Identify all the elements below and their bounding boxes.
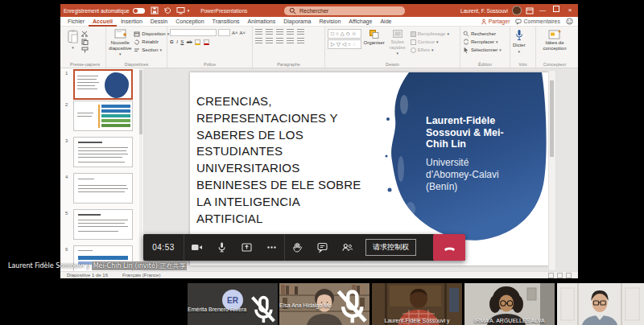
tab-fichier[interactable]: Fichier bbox=[64, 17, 89, 27]
tab-dessin[interactable]: Dessin bbox=[147, 17, 171, 27]
shape-effects-button[interactable]: Effets▾ bbox=[411, 47, 449, 53]
tab-diaporama[interactable]: Diaporama bbox=[279, 17, 315, 27]
copy-icon[interactable] bbox=[81, 39, 89, 45]
view-normal-icon[interactable] bbox=[548, 273, 554, 278]
ribbon-options-icon[interactable] bbox=[526, 7, 534, 14]
camera-button[interactable] bbox=[184, 234, 209, 261]
slide-area-scrollbar[interactable] bbox=[548, 70, 556, 271]
thumbnail-scrollbar[interactable] bbox=[139, 68, 142, 271]
participant-tile-3[interactable]: Laurent-Fidèle Sossouvi y bbox=[372, 283, 462, 325]
mic-muted-icon bbox=[249, 294, 278, 323]
bold-button[interactable]: G bbox=[170, 39, 174, 45]
section-button[interactable]: Section▾ bbox=[134, 47, 169, 53]
columns-button[interactable] bbox=[297, 38, 304, 44]
slide-title[interactable]: CREENCIAS,REPRESENTACIONES YSABERES DE L… bbox=[196, 93, 386, 227]
shapes-gallery-row2[interactable]: ▷▽◁○◌ bbox=[328, 39, 361, 49]
close-button[interactable]: × bbox=[565, 4, 575, 17]
comments-button[interactable]: Commentaires bbox=[515, 19, 560, 25]
shapes-gallery[interactable]: □○△◇☆ bbox=[328, 29, 361, 39]
select-button[interactable]: Sélectionner▾ bbox=[463, 47, 502, 53]
request-control-button[interactable]: 请求控制权 bbox=[365, 239, 416, 256]
shape-fill-button[interactable]: Remplissage▾ bbox=[411, 31, 449, 37]
underline-button[interactable]: S bbox=[180, 39, 184, 45]
dictate-button[interactable]: Dicter▾ bbox=[513, 29, 526, 54]
bullets-button[interactable] bbox=[255, 29, 262, 35]
line-spacing-button[interactable] bbox=[297, 29, 304, 35]
arrange-button[interactable]: Organiser bbox=[364, 29, 385, 46]
paste-button[interactable]: ▾ bbox=[67, 29, 79, 51]
quick-styles-button[interactable]: Styles rapides▾ bbox=[387, 29, 408, 56]
highlight-color-button[interactable] bbox=[195, 39, 200, 45]
presenter-share-banner: Laurent Fidèle Sossouvi y Mei-Chih Lin (… bbox=[8, 261, 187, 270]
camera-icon bbox=[191, 241, 203, 253]
tab-accueil[interactable]: Accueil bbox=[89, 17, 117, 27]
shape-outline-button[interactable]: Contour▾ bbox=[411, 39, 449, 45]
slide-thumbnail-1[interactable] bbox=[73, 69, 133, 100]
justify-button[interactable] bbox=[287, 38, 294, 44]
design-ideas-button[interactable]: Idées de conception bbox=[539, 29, 571, 51]
share-button[interactable]: Partager bbox=[481, 19, 510, 25]
slide-affiliation[interactable]: Universitéd’Abomey-Calavi(Benín) bbox=[426, 157, 535, 193]
font-size-combobox[interactable] bbox=[218, 29, 230, 36]
paste-caret-icon: ▾ bbox=[72, 45, 74, 51]
cut-icon[interactable] bbox=[81, 31, 89, 37]
layout-button[interactable]: Disposition▾ bbox=[134, 31, 169, 37]
screen: Enregistrement automatique ▾ PowerPresen… bbox=[0, 0, 644, 325]
slide-thumbnail-5[interactable] bbox=[73, 209, 133, 240]
section-icon bbox=[134, 47, 140, 53]
mic-button[interactable] bbox=[209, 234, 234, 261]
tab-affichage[interactable]: Affichage bbox=[345, 17, 376, 27]
undo-icon[interactable] bbox=[163, 6, 171, 14]
new-slide-button[interactable]: Nouvelle diapositive▾ bbox=[109, 29, 131, 57]
slide-thumbnail-4[interactable] bbox=[73, 173, 133, 204]
slide-authors[interactable]: Laurent-FidèleSossouvi & Mei-Chih Lin bbox=[426, 115, 535, 150]
hangup-button[interactable] bbox=[433, 234, 465, 261]
participant-tile-1[interactable]: ER Emérita Brenero Rivera bbox=[188, 283, 278, 325]
minimize-button[interactable]: — bbox=[538, 4, 547, 17]
language-indicator[interactable]: Français (France) bbox=[122, 273, 160, 278]
align-right-button[interactable] bbox=[276, 38, 283, 44]
tab-revision[interactable]: Révision bbox=[315, 17, 345, 27]
tab-aide[interactable]: Aide bbox=[376, 17, 395, 27]
view-sorter-icon[interactable] bbox=[557, 273, 563, 278]
slide-thumbnail-2[interactable] bbox=[73, 101, 133, 131]
participants-button[interactable] bbox=[335, 234, 360, 261]
strikethrough-button[interactable]: ab bbox=[187, 39, 192, 45]
align-center-button[interactable] bbox=[266, 38, 273, 44]
font-name-combobox[interactable] bbox=[170, 29, 217, 36]
account-avatar[interactable] bbox=[512, 6, 522, 15]
feedback-smiley-icon[interactable] bbox=[566, 18, 573, 25]
find-button[interactable]: Rechercher bbox=[463, 31, 502, 37]
indent-decrease-button[interactable] bbox=[276, 29, 283, 35]
tab-conception[interactable]: Conception bbox=[171, 17, 208, 27]
numbering-button[interactable] bbox=[266, 29, 273, 35]
indent-increase-button[interactable] bbox=[287, 29, 294, 35]
reset-button[interactable]: Rétablir bbox=[134, 39, 169, 45]
chat-button[interactable] bbox=[310, 234, 335, 261]
italic-button[interactable]: I bbox=[176, 39, 178, 45]
maximize-button[interactable] bbox=[551, 4, 561, 17]
format-painter-icon[interactable] bbox=[81, 47, 89, 53]
replace-button[interactable]: Remplacer▾ bbox=[463, 39, 502, 45]
raise-hand-button[interactable] bbox=[285, 234, 310, 261]
slide-thumbnail-3[interactable] bbox=[73, 137, 133, 167]
tab-animations[interactable]: Animations bbox=[244, 17, 280, 27]
quick-access-caret-icon[interactable]: ▾ bbox=[188, 8, 190, 13]
grow-font-button[interactable]: A˄ bbox=[232, 30, 238, 36]
autosave-toggle[interactable] bbox=[133, 8, 145, 14]
participant-tile-2[interactable]: Elsa Ana Hidalgo Mc bbox=[279, 283, 369, 325]
participant-tile-5[interactable] bbox=[557, 283, 644, 325]
shrink-font-button[interactable]: A˅ bbox=[240, 30, 246, 36]
tab-transitions[interactable]: Transitions bbox=[208, 17, 244, 27]
tab-insertion[interactable]: Insertion bbox=[117, 17, 147, 27]
align-left-button[interactable] bbox=[255, 38, 262, 44]
more-options-button[interactable] bbox=[259, 234, 284, 261]
account-name[interactable]: Laurent, F. Sossouvi bbox=[460, 8, 508, 14]
font-color-button[interactable] bbox=[204, 39, 209, 45]
save-icon[interactable] bbox=[151, 6, 159, 14]
view-slideshow-icon[interactable] bbox=[566, 273, 572, 278]
display-settings-icon[interactable] bbox=[176, 6, 185, 14]
participant-tile-4[interactable]: IRMA A. ARGUELLES ALVA bbox=[464, 283, 555, 325]
search-box[interactable]: Rechercher bbox=[284, 6, 405, 15]
share-screen-button[interactable] bbox=[234, 234, 259, 261]
